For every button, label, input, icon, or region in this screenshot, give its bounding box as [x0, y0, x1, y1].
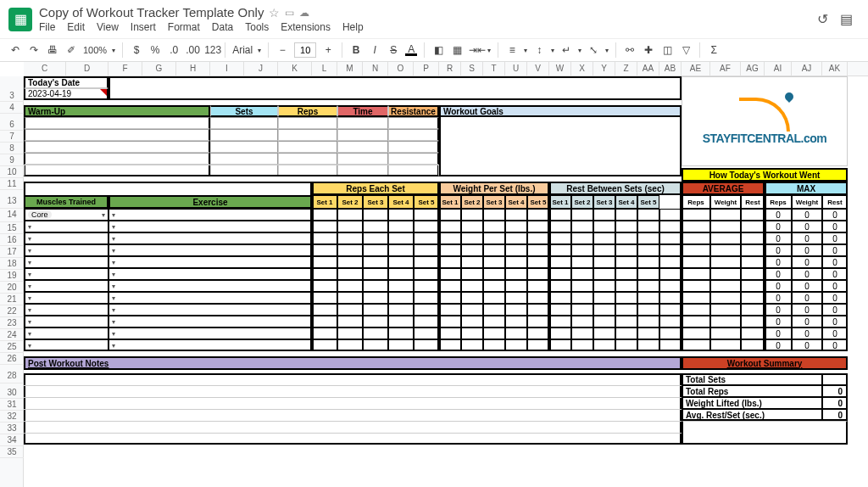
muscles-dropdown[interactable]: Core [24, 209, 108, 221]
rest-cell[interactable] [637, 316, 659, 327]
reps-cell[interactable] [337, 244, 363, 256]
weight-cell[interactable] [439, 304, 461, 316]
summary-below[interactable] [682, 421, 848, 445]
star-icon[interactable]: ☆ [269, 6, 280, 20]
rest-cell[interactable] [593, 280, 615, 292]
time-cell[interactable] [337, 117, 388, 129]
row-header[interactable]: 33 [0, 423, 24, 434]
col-header[interactable]: Z [615, 62, 637, 76]
header-blank[interactable] [108, 76, 682, 100]
muscles-dropdown[interactable] [24, 292, 108, 304]
col-header[interactable]: U [505, 62, 527, 76]
col-header[interactable]: R [439, 62, 461, 76]
col-header[interactable]: Y [593, 62, 615, 76]
rest-cell[interactable] [571, 221, 593, 232]
weight-cell[interactable] [461, 292, 483, 304]
rest-cell[interactable] [615, 327, 637, 339]
resist-cell[interactable] [388, 141, 439, 153]
reps-cell[interactable] [363, 256, 388, 268]
font-inc-icon[interactable]: + [321, 44, 335, 56]
col-header[interactable]: AJ [792, 62, 822, 76]
col-header[interactable]: V [527, 62, 549, 76]
row-header[interactable]: 18 [0, 258, 24, 270]
exercise-dropdown[interactable] [108, 304, 312, 316]
muscles-dropdown[interactable] [24, 232, 108, 244]
rest-cell[interactable] [659, 244, 682, 256]
reps-cell[interactable] [337, 209, 363, 221]
rest-cell[interactable] [593, 304, 615, 316]
col-header[interactable]: AI [765, 62, 792, 76]
more-formats-icon[interactable]: 123 [204, 44, 218, 56]
weight-cell[interactable] [505, 304, 527, 316]
warmup-cell[interactable] [24, 153, 210, 165]
valign-icon[interactable]: ↕ [532, 44, 546, 56]
weight-cell[interactable] [439, 244, 461, 256]
comment-add-icon[interactable]: ✚ [642, 44, 655, 56]
reps-cell[interactable] [388, 256, 414, 268]
weight-cell[interactable] [439, 256, 461, 268]
rest-cell[interactable] [659, 327, 682, 339]
weight-cell[interactable] [461, 209, 483, 221]
weight-cell[interactable] [483, 221, 505, 232]
reps-cell[interactable] [278, 117, 337, 129]
weight-cell[interactable] [505, 268, 527, 280]
weight-cell[interactable] [461, 256, 483, 268]
menu-edit[interactable]: Edit [67, 21, 85, 33]
weight-cell[interactable] [505, 316, 527, 327]
weight-cell[interactable] [505, 256, 527, 268]
rest-cell[interactable] [637, 339, 659, 351]
weight-cell[interactable] [527, 268, 549, 280]
exercise-dropdown[interactable] [108, 232, 312, 244]
rest-cell[interactable] [593, 316, 615, 327]
warmup-cell[interactable] [24, 141, 210, 153]
menu-view[interactable]: View [97, 21, 119, 33]
resist-cell[interactable] [388, 153, 439, 165]
print-icon[interactable]: 🖶 [46, 44, 59, 56]
move-icon[interactable]: ▭ [285, 7, 294, 19]
muscles-dropdown[interactable] [24, 304, 108, 316]
reps-cell[interactable] [414, 292, 439, 304]
weight-cell[interactable] [505, 339, 527, 351]
reps-cell[interactable] [388, 304, 414, 316]
reps-cell[interactable] [363, 339, 388, 351]
reps-cell[interactable] [363, 244, 388, 256]
weight-cell[interactable] [483, 268, 505, 280]
rest-cell[interactable] [593, 339, 615, 351]
row-header[interactable]: 9 [0, 154, 24, 166]
weight-cell[interactable] [483, 304, 505, 316]
reps-cell[interactable] [337, 339, 363, 351]
rest-cell[interactable] [659, 304, 682, 316]
rest-cell[interactable] [615, 280, 637, 292]
rest-cell[interactable] [549, 268, 571, 280]
rest-cell[interactable] [659, 339, 682, 351]
col-header[interactable]: AA [637, 62, 659, 76]
col-header[interactable]: P [414, 62, 439, 76]
row-header[interactable]: 26 [0, 353, 24, 365]
exercise-dropdown[interactable] [108, 244, 312, 256]
rest-cell[interactable] [571, 339, 593, 351]
fill-color-icon[interactable]: ◧ [431, 44, 445, 56]
rest-cell[interactable] [593, 221, 615, 232]
reps-cell[interactable] [414, 280, 439, 292]
reps-cell[interactable] [388, 209, 414, 221]
weight-cell[interactable] [527, 221, 549, 232]
paint-icon[interactable]: ✐ [64, 44, 78, 56]
col-header[interactable]: I [210, 62, 244, 76]
rest-cell[interactable] [549, 316, 571, 327]
col-header[interactable]: K [278, 62, 312, 76]
reps-cell[interactable] [414, 327, 439, 339]
text-color-icon[interactable]: A [405, 45, 417, 56]
rest-cell[interactable] [549, 327, 571, 339]
rest-cell[interactable] [593, 327, 615, 339]
reps-cell[interactable] [388, 339, 414, 351]
rest-cell[interactable] [571, 209, 593, 221]
rest-cell[interactable] [659, 316, 682, 327]
reps-cell[interactable] [388, 316, 414, 327]
weight-cell[interactable] [461, 304, 483, 316]
reps-cell[interactable] [337, 304, 363, 316]
reps-cell[interactable] [363, 292, 388, 304]
reps-cell[interactable] [312, 232, 337, 244]
rest-cell[interactable] [549, 292, 571, 304]
col-header[interactable]: AE [682, 62, 710, 76]
rest-cell[interactable] [637, 292, 659, 304]
